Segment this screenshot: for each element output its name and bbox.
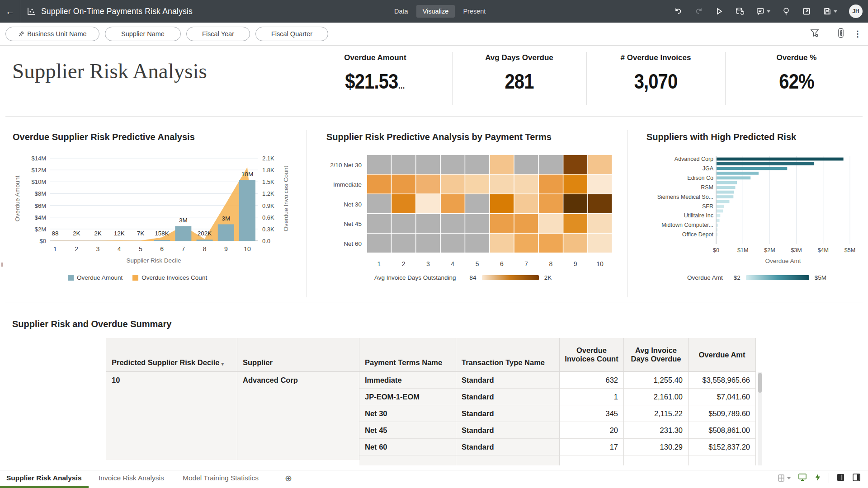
heatmap-cell-r2-c9[interactable] — [563, 175, 587, 194]
sort-caret[interactable]: ▾ — [221, 361, 224, 367]
auto-apply-icon[interactable] — [814, 473, 821, 483]
table-scrollbar-thumb[interactable] — [758, 373, 762, 393]
bar-decile-8[interactable] — [197, 239, 213, 241]
heatmap-cell-r3-c9[interactable] — [563, 194, 587, 213]
heatmap-cell-r3-c7[interactable] — [514, 194, 538, 213]
heatmap-cell-r2-c3[interactable] — [416, 175, 440, 194]
heatmap-cell-r4-c1[interactable] — [367, 214, 391, 233]
heatmap-cell-r3-c5[interactable] — [465, 194, 489, 213]
heatmap-cell-r4-c5[interactable] — [465, 214, 489, 233]
risk-bar-14[interactable] — [717, 219, 720, 222]
heatmap-cell-r2-c6[interactable] — [490, 175, 514, 194]
risk-bar-9[interactable] — [717, 195, 733, 198]
table-cell-r6-c6[interactable] — [624, 455, 689, 465]
table-header-2[interactable]: Supplier — [237, 338, 359, 372]
panel-toggle-right-icon[interactable] — [852, 473, 861, 483]
table-cell-r2-c6[interactable]: 2,161.00 — [624, 389, 689, 405]
risk-bar-10[interactable] — [717, 200, 729, 203]
present-mode-icon[interactable] — [798, 473, 807, 483]
heatmap-cell-r2-c2[interactable] — [392, 175, 415, 194]
heatmap-cell-r2-c5[interactable] — [465, 175, 489, 194]
table-cell-r3-c5[interactable]: 345 — [560, 405, 624, 422]
canvas-tab-supplier-risk[interactable]: Supplier Risk Analysis — [6, 470, 82, 486]
risk-bar-17[interactable] — [717, 233, 717, 236]
table-cell-r4-c4[interactable]: Standard — [456, 422, 560, 439]
heatmap-cell-r4-c8[interactable] — [539, 214, 563, 233]
heatmap-cell-r4-c10[interactable] — [588, 214, 612, 233]
heatmap-legend-gradient[interactable] — [482, 275, 539, 280]
resize-handle[interactable]: ‖ — [1, 261, 4, 268]
risk-bar-12[interactable] — [717, 210, 723, 213]
table-header-1[interactable]: Predicted Supplier Risk Decile▾ — [106, 338, 237, 372]
table-cell-r4-c6[interactable]: 231.30 — [624, 422, 689, 439]
heatmap-cell-r3-c2[interactable] — [392, 194, 415, 213]
heatmap-cell-r5-c8[interactable] — [539, 234, 563, 253]
risk-bar-5[interactable] — [717, 176, 750, 179]
table-cell-r3-c3[interactable]: Net 30 — [359, 405, 456, 422]
table-cell-r1-c5[interactable]: 632 — [560, 372, 624, 389]
table-cell-merged-1[interactable]: 10 — [106, 372, 237, 460]
risk-legend-gradient[interactable] — [746, 275, 809, 280]
table-cell-r1-c6[interactable]: 1,255.40 — [624, 372, 689, 389]
table-cell-r2-c4[interactable]: Standard — [456, 389, 560, 405]
heatmap-cell-r4-c6[interactable] — [490, 214, 514, 233]
table-cell-r5-c3[interactable]: Net 60 — [359, 439, 456, 455]
heatmap-cell-r3-c3[interactable] — [416, 194, 440, 213]
legend-item-overdue-invoices-count[interactable]: Overdue Invoices Count — [132, 274, 207, 281]
bar-decile-9[interactable] — [218, 224, 234, 241]
add-canvas-button[interactable]: ⊕ — [285, 470, 292, 486]
table-cell-r3-c6[interactable]: 2,115.22 — [624, 405, 689, 422]
table-header-3[interactable]: Payment Terms Name — [359, 338, 456, 372]
bar-decile-10[interactable] — [239, 180, 255, 241]
heatmap-cell-r5-c6[interactable] — [490, 234, 514, 253]
heatmap-cell-r5-c10[interactable] — [588, 234, 612, 253]
heatmap-cell-r5-c9[interactable] — [563, 234, 587, 253]
heatmap-cell-r3-c4[interactable] — [441, 194, 465, 213]
table-header-6[interactable]: Avg Invoice Days Overdue — [624, 338, 689, 372]
heatmap-cell-r2-c4[interactable] — [441, 175, 465, 194]
table-cell-r4-c5[interactable]: 20 — [560, 422, 624, 439]
table-cell-r6-c4[interactable] — [456, 455, 560, 465]
heatmap-cell-r4-c2[interactable] — [392, 214, 415, 233]
risk-bar-7[interactable] — [717, 186, 735, 189]
table-cell-r5-c7[interactable]: $152,837.20 — [689, 439, 756, 455]
table-cell-merged-2[interactable]: Advanced Corp — [237, 372, 359, 460]
table-cell-r4-c3[interactable]: Net 45 — [359, 422, 456, 439]
table-cell-r1-c7[interactable]: $3,558,965.66 — [689, 372, 756, 389]
table-cell-r2-c3[interactable]: JP-EOM-1-EOM — [359, 389, 456, 405]
bar-decile-7[interactable] — [175, 226, 191, 241]
heatmap-cell-r4-c3[interactable] — [416, 214, 440, 233]
heatmap-cell-r1-c2[interactable] — [392, 155, 415, 174]
heatmap-cell-r5-c2[interactable] — [392, 234, 415, 253]
heatmap-cell-r1-c6[interactable] — [490, 155, 514, 174]
table-cell-r2-c5[interactable]: 1 — [560, 389, 624, 405]
heatmap-cell-r2-c10[interactable] — [588, 175, 612, 194]
heatmap-cell-r1-c5[interactable] — [465, 155, 489, 174]
table-cell-r6-c7[interactable] — [689, 455, 756, 465]
risk-bar-13[interactable] — [717, 214, 720, 217]
heatmap-cell-r2-c8[interactable] — [539, 175, 563, 194]
heatmap-cell-r3-c6[interactable] — [490, 194, 514, 213]
heatmap-cell-r3-c10[interactable] — [588, 194, 612, 213]
heatmap-cell-r5-c5[interactable] — [465, 234, 489, 253]
table-cell-r1-c4[interactable]: Standard — [456, 372, 560, 389]
heatmap-cell-r3-c1[interactable] — [367, 194, 391, 213]
risk-bar-6[interactable] — [717, 181, 737, 184]
table-header-4[interactable]: Transaction Type Name — [456, 338, 560, 372]
risk-bar-8[interactable] — [717, 191, 734, 194]
table-cell-r5-c6[interactable]: 130.29 — [624, 439, 689, 455]
risk-bar-11[interactable] — [717, 205, 724, 208]
canvas-layout-icon[interactable] — [777, 474, 791, 482]
heatmap-cell-r1-c7[interactable] — [514, 155, 538, 174]
risk-bar-3[interactable] — [717, 167, 787, 170]
table-cell-r4-c7[interactable]: $508,861.00 — [689, 422, 756, 439]
heatmap-cell-r1-c1[interactable] — [367, 155, 391, 174]
risk-bar-4[interactable] — [717, 172, 759, 175]
table-cell-r5-c4[interactable]: Standard — [456, 439, 560, 455]
heatmap-cell-r5-c7[interactable] — [514, 234, 538, 253]
bar-decile-6[interactable] — [154, 240, 170, 241]
legend-item-overdue-amount[interactable]: Overdue Amount — [68, 274, 123, 281]
heatmap-cell-r1-c3[interactable] — [416, 155, 440, 174]
canvas-tab-model-training[interactable]: Model Training Statistics — [183, 470, 259, 486]
table-cell-r2-c7[interactable]: $7,041.60 — [689, 389, 756, 405]
